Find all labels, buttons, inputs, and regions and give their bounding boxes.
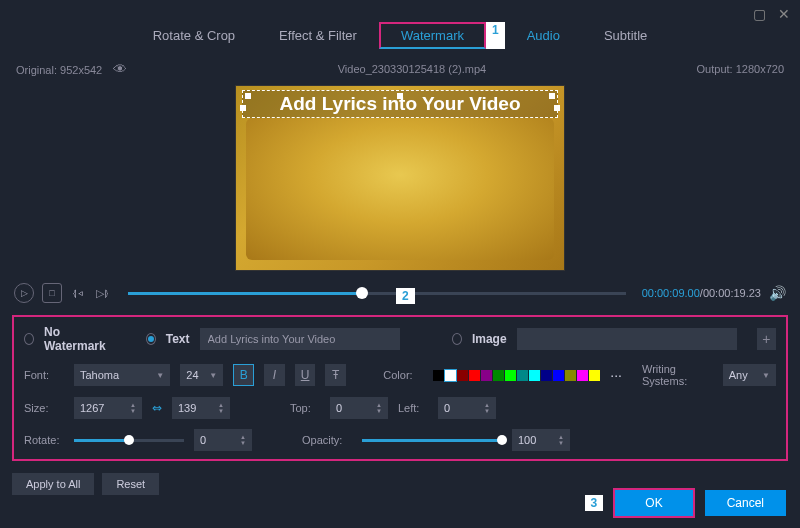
- color-swatch[interactable]: [589, 370, 600, 381]
- left-label: Left:: [398, 402, 428, 414]
- color-swatch[interactable]: [481, 370, 492, 381]
- opacity-slider[interactable]: [362, 439, 502, 442]
- watermark-image-input[interactable]: [517, 328, 737, 350]
- image-label: Image: [472, 332, 507, 346]
- tab-subtitle[interactable]: Subtitle: [582, 22, 669, 49]
- watermark-text-input[interactable]: [200, 328, 400, 350]
- left-spinner[interactable]: 0▲▼: [438, 397, 496, 419]
- color-swatch[interactable]: [553, 370, 564, 381]
- rotate-label: Rotate:: [24, 434, 64, 446]
- add-watermark-button[interactable]: +: [757, 328, 776, 350]
- text-label: Text: [166, 332, 190, 346]
- size-width-spinner[interactable]: 1267▲▼: [74, 397, 142, 419]
- opacity-spinner[interactable]: 100▲▼: [512, 429, 570, 451]
- color-swatch[interactable]: [517, 370, 528, 381]
- close-icon[interactable]: ✕: [778, 6, 790, 22]
- output-resolution: Output: 1280x720: [697, 63, 784, 75]
- seek-slider[interactable]: [128, 292, 626, 295]
- cancel-button[interactable]: Cancel: [705, 490, 786, 516]
- writing-systems-select[interactable]: Any▼: [723, 364, 776, 386]
- filename-label: Video_230330125418 (2).mp4: [127, 63, 696, 75]
- color-swatch[interactable]: [445, 370, 456, 381]
- tab-effect-filter[interactable]: Effect & Filter: [257, 22, 379, 49]
- visibility-toggle-icon[interactable]: 👁: [113, 61, 127, 77]
- tab-rotate-crop[interactable]: Rotate & Crop: [131, 22, 257, 49]
- no-watermark-label: No Watermark: [44, 325, 109, 353]
- opacity-label: Opacity:: [302, 434, 352, 446]
- more-colors-button[interactable]: ∙∙∙: [610, 367, 622, 383]
- font-select[interactable]: Tahoma▼: [74, 364, 170, 386]
- size-height-spinner[interactable]: 139▲▼: [172, 397, 230, 419]
- font-size-select[interactable]: 24▼: [180, 364, 223, 386]
- tab-audio[interactable]: Audio: [505, 22, 582, 49]
- color-swatch[interactable]: [505, 370, 516, 381]
- color-swatch[interactable]: [565, 370, 576, 381]
- writing-systems-label: Writing Systems:: [642, 363, 713, 387]
- link-dimensions-icon[interactable]: ⇔: [152, 401, 162, 415]
- color-swatch[interactable]: [577, 370, 588, 381]
- radio-text[interactable]: [146, 333, 156, 345]
- color-swatch[interactable]: [469, 370, 480, 381]
- video-preview[interactable]: Add Lyrics into Your Video: [235, 85, 565, 271]
- color-swatch[interactable]: [493, 370, 504, 381]
- annotation-badge-1: 1: [486, 22, 505, 49]
- top-spinner[interactable]: 0▲▼: [330, 397, 388, 419]
- time-display: 00:00:09.00/00:00:19.23: [642, 287, 761, 299]
- underline-button[interactable]: U: [295, 364, 316, 386]
- rotate-spinner[interactable]: 0▲▼: [194, 429, 252, 451]
- apply-to-all-button[interactable]: Apply to All: [12, 473, 94, 495]
- volume-icon[interactable]: 🔊: [769, 285, 786, 301]
- annotation-badge-2: 2: [396, 288, 415, 304]
- annotation-badge-3: 3: [585, 495, 604, 511]
- color-swatch[interactable]: [529, 370, 540, 381]
- maximize-icon[interactable]: ▢: [753, 6, 766, 22]
- tab-watermark[interactable]: Watermark: [379, 22, 486, 49]
- color-swatch[interactable]: [433, 370, 444, 381]
- radio-image[interactable]: [452, 333, 462, 345]
- stop-button[interactable]: □: [42, 283, 62, 303]
- size-label: Size:: [24, 402, 64, 414]
- play-button[interactable]: ▷: [14, 283, 34, 303]
- prev-frame-button[interactable]: ⦉◁: [70, 287, 86, 299]
- strike-button[interactable]: Ŧ: [325, 364, 346, 386]
- top-label: Top:: [290, 402, 320, 414]
- next-frame-button[interactable]: ▷⦊: [94, 287, 112, 300]
- color-swatch[interactable]: [457, 370, 468, 381]
- radio-no-watermark[interactable]: [24, 333, 34, 345]
- ok-button[interactable]: OK: [613, 488, 694, 518]
- color-swatch[interactable]: [541, 370, 552, 381]
- bold-button[interactable]: B: [233, 364, 254, 386]
- italic-button[interactable]: I: [264, 364, 285, 386]
- color-swatches: [433, 370, 600, 381]
- original-resolution: Original: 952x542 👁: [16, 61, 127, 77]
- font-label: Font:: [24, 369, 64, 381]
- reset-button[interactable]: Reset: [102, 473, 159, 495]
- color-label: Color:: [383, 369, 423, 381]
- watermark-panel: No Watermark Text Image + Font: Tahoma▼ …: [12, 315, 788, 461]
- rotate-slider[interactable]: [74, 439, 184, 442]
- watermark-overlay[interactable]: Add Lyrics into Your Video: [242, 90, 558, 118]
